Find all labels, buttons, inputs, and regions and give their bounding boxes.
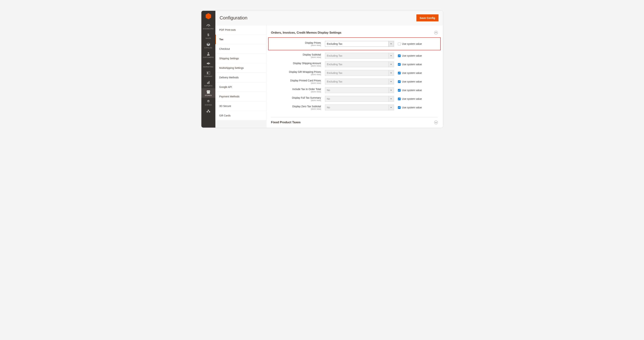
sidebar-item-marketing[interactable]: MARKETING: [201, 60, 216, 69]
config-nav-item[interactable]: Google API: [216, 82, 266, 92]
field-label-col: Display Subtotal[store view]: [271, 53, 325, 58]
sidebar-item-label: STORES: [205, 95, 212, 96]
sidebar-item-sales[interactable]: $ SALES: [201, 31, 216, 41]
field-scope: [store view]: [271, 73, 321, 76]
magento-logo[interactable]: [201, 11, 216, 22]
field-row: Display Prices[store view]Excluding TaxU…: [268, 38, 440, 50]
field-label: Display Zero Tax Subtotal: [271, 105, 321, 108]
sidebar-item-content[interactable]: CONTENT: [201, 69, 216, 79]
save-config-button[interactable]: Save Config: [416, 14, 438, 21]
field-row: Display Gift Wrapping Prices[store view]…: [271, 69, 438, 77]
megaphone-icon: [206, 62, 210, 65]
page-header: Configuration Save Config: [216, 11, 443, 25]
config-nav-item[interactable]: Shipping Settings: [216, 54, 266, 63]
boxes-icon: [206, 109, 210, 113]
use-system-label: Use system value: [402, 97, 422, 100]
select-value: No: [325, 88, 388, 93]
page-title: Configuration: [220, 15, 248, 21]
chevron-down-icon: [388, 53, 394, 58]
fields: Display Prices[store view]Excluding TaxU…: [271, 38, 438, 114]
config-nav-item[interactable]: Tax: [216, 35, 266, 44]
field-input-col: Excluding Tax: [325, 79, 394, 85]
section-fixed-product-taxes[interactable]: Fixed Product Taxes: [271, 117, 438, 124]
field-label: Include Tax In Order Total: [271, 88, 321, 91]
dashboard-icon: [206, 23, 210, 27]
field-input-col: No: [325, 105, 394, 110]
field-check-col: Use system value: [394, 72, 422, 74]
config-nav-item[interactable]: Gift Cards: [216, 111, 266, 120]
use-system-checkbox[interactable]: [398, 106, 400, 109]
field-check-col: Use system value: [394, 106, 422, 109]
config-body: Orders, Invoices, Credit Memos Display S…: [266, 25, 443, 128]
select[interactable]: Excluding Tax: [325, 41, 394, 47]
sidebar-item-dashboard[interactable]: DASHBOARD: [201, 22, 216, 31]
select: No: [325, 87, 394, 93]
field-check-col: Use system value: [394, 54, 422, 57]
field-input-col: No: [325, 87, 394, 93]
sidebar-item-catalog[interactable]: CATALOG: [201, 41, 216, 50]
magento-logo-icon: [206, 13, 211, 19]
use-system-checkbox[interactable]: [398, 55, 400, 57]
use-system-label: Use system value: [402, 80, 422, 83]
field-label: Display Shipping Amount: [271, 62, 321, 65]
config-nav-item[interactable]: 3D Secure: [216, 101, 266, 111]
field-label-col: Display Full Tax Summary[store view]: [271, 96, 325, 101]
select: No: [325, 105, 394, 110]
use-system-checkbox[interactable]: [398, 89, 400, 92]
use-system-label: Use system value: [402, 72, 422, 74]
sidebar-item-label: CATALOG: [204, 47, 212, 49]
layout-icon: [206, 71, 210, 75]
field-label-col: Display Shipping Amount[store view]: [271, 62, 325, 67]
config-nav-item[interactable]: Delivery Methods: [216, 73, 266, 82]
select: Excluding Tax: [325, 62, 394, 67]
field-label-col: Display Prices[store view]: [271, 41, 325, 46]
field-input-col: Excluding Tax: [325, 41, 394, 47]
sidebar-item-system[interactable]: SYSTEM: [201, 98, 216, 107]
field-row: Display Printed Card Prices[store view]E…: [271, 77, 438, 86]
use-system-checkbox[interactable]: [398, 63, 400, 66]
config-nav-item[interactable]: Checkout: [216, 44, 266, 54]
chevron-down-icon: [388, 62, 394, 67]
config-nav-item[interactable]: Multishipping Settings: [216, 63, 266, 73]
select-value: Excluding Tax: [325, 79, 388, 84]
sidebar-item-partners[interactable]: [201, 107, 216, 115]
sidebar-item-label: REPORTS: [204, 85, 212, 87]
config-nav-item[interactable]: PDF Print-outs: [216, 25, 266, 35]
field-check-col: Use system value: [394, 63, 422, 66]
select-value: Excluding Tax: [325, 70, 388, 76]
use-system-label: Use system value: [402, 43, 422, 45]
use-system-checkbox[interactable]: [398, 72, 400, 74]
bar-chart-icon: [206, 81, 210, 85]
select: Excluding Tax: [325, 79, 394, 85]
field-row: Display Full Tax Summary[store view]NoUs…: [271, 95, 438, 103]
sidebar-item-customers[interactable]: CUSTOMERS: [201, 50, 216, 60]
use-system-label: Use system value: [402, 63, 422, 66]
svg-rect-2: [207, 72, 208, 74]
field-input-col: Excluding Tax: [325, 53, 394, 59]
gear-icon: [206, 100, 210, 104]
dollar-icon: $: [206, 33, 210, 37]
section-header[interactable]: Orders, Invoices, Credit Memos Display S…: [271, 30, 438, 38]
field-label: Display Subtotal: [271, 53, 321, 56]
select-value: Excluding Tax: [325, 53, 388, 58]
box-icon: [206, 43, 210, 46]
svg-point-0: [208, 53, 209, 54]
field-check-col: Use system value: [394, 97, 422, 100]
field-input-col: Excluding Tax: [325, 62, 394, 67]
use-system-label: Use system value: [402, 106, 422, 109]
sidebar-item-label: CUSTOMERS: [203, 57, 214, 58]
field-scope: [store view]: [271, 91, 321, 93]
svg-rect-1: [207, 72, 210, 74]
use-system-checkbox[interactable]: [398, 43, 400, 45]
field-scope: [store view]: [271, 56, 321, 58]
field-label-col: Display Printed Card Prices[store view]: [271, 79, 325, 84]
chevron-down-icon: [388, 79, 394, 84]
sidebar-item-reports[interactable]: REPORTS: [201, 79, 216, 88]
section-title: Orders, Invoices, Credit Memos Display S…: [271, 31, 342, 35]
use-system-checkbox[interactable]: [398, 98, 400, 100]
field-check-col: Use system value: [394, 80, 422, 83]
sidebar-item-stores[interactable]: STORES: [201, 88, 216, 98]
config-nav-item[interactable]: Payment Methods: [216, 92, 266, 101]
use-system-checkbox[interactable]: [398, 80, 400, 83]
field-label: Display Prices: [271, 41, 321, 44]
